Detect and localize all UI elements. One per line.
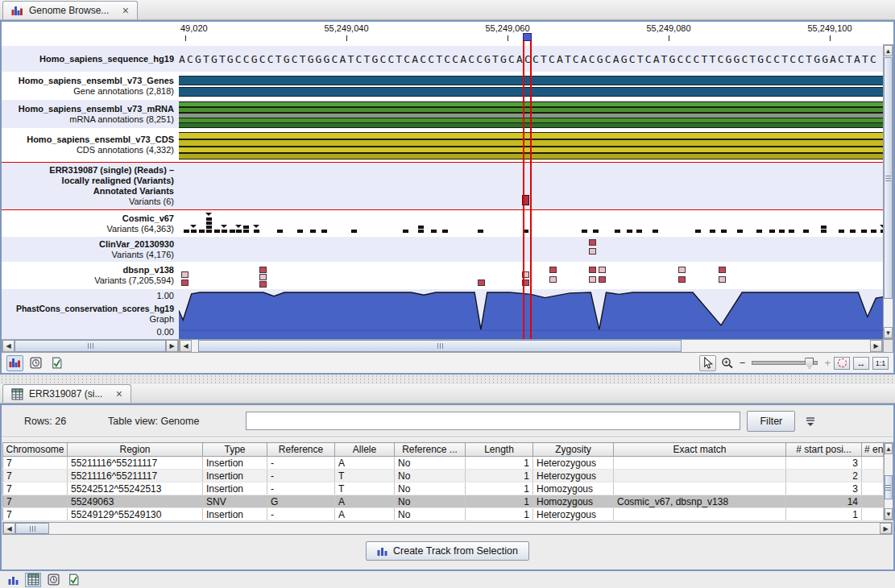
variant-marker[interactable]: [214, 230, 220, 233]
variant-marker[interactable]: [871, 230, 876, 233]
variant-marker[interactable]: [206, 230, 212, 233]
variant-marker[interactable]: [789, 230, 794, 233]
scroll-left-icon[interactable]: ◀: [2, 340, 15, 352]
scrollbar-thumb[interactable]: [885, 475, 893, 499]
variant-marker[interactable]: [236, 230, 242, 233]
scroll-down-icon[interactable]: ▼: [884, 327, 893, 338]
column-header--start-posi-[interactable]: # start posi...: [786, 443, 862, 457]
cds-annotation-bar[interactable]: [179, 132, 883, 139]
cds-annotation-bar[interactable]: [179, 153, 883, 159]
table-vertical-scrollbar[interactable]: ▲ ▼: [884, 442, 893, 520]
table-header-row[interactable]: ChromosomeRegionTypeReferenceAlleleRefer…: [3, 443, 884, 457]
column-header--en[interactable]: # en: [862, 443, 884, 457]
variant-marker[interactable]: [230, 230, 235, 233]
variant-marker[interactable]: [593, 230, 599, 233]
scroll-up-icon[interactable]: ▲: [885, 443, 893, 454]
variant-marker[interactable]: [243, 230, 249, 233]
variant-marker[interactable]: [184, 230, 189, 233]
track-row-cosmic[interactable]: Cosmic_v67 Variants (64,363): [2, 210, 893, 237]
fit-width-button[interactable]: ↔: [853, 357, 869, 370]
variant-marker[interactable]: [254, 230, 259, 233]
track-view-icon[interactable]: [5, 573, 21, 587]
variant-marker[interactable]: [181, 271, 189, 278]
variant-marker[interactable]: [582, 230, 587, 233]
table-row[interactable]: 755249063SNVGANo1HomozygousCosmic_v67, d…: [3, 495, 884, 508]
variant-marker[interactable]: [627, 230, 632, 233]
create-track-from-selection-button[interactable]: Create Track from Selection: [366, 541, 529, 561]
zoom-to-selection-button[interactable]: [834, 357, 850, 370]
track-row-genes[interactable]: Homo_sapiens_ensembl_v73_Genes Gene anno…: [2, 72, 893, 100]
variant-marker[interactable]: [721, 230, 727, 233]
cds-annotation-bar[interactable]: [179, 147, 883, 153]
filter-button[interactable]: Filter: [747, 411, 795, 432]
variant-marker[interactable]: [678, 276, 686, 283]
variant-marker[interactable]: [589, 239, 596, 246]
variant-marker[interactable]: [861, 230, 867, 233]
variant-marker[interactable]: [839, 230, 844, 233]
variant-marker[interactable]: [206, 226, 212, 229]
scroll-left-icon[interactable]: ◀: [3, 523, 15, 534]
variant-marker[interactable]: [589, 248, 596, 255]
column-header-exact-match[interactable]: Exact match: [614, 443, 786, 457]
variant-marker[interactable]: [678, 267, 686, 273]
track-row-variants-err319087[interactable]: ERR319087 (single) (Reads) – locally rea…: [2, 162, 893, 210]
mrna-annotation-bar[interactable]: [179, 122, 883, 128]
history-view-icon[interactable]: [27, 355, 44, 371]
table-row[interactable]: 755242512^55242513Insertion-TNo1Homozygo…: [3, 482, 884, 495]
variant-marker[interactable]: [850, 230, 856, 233]
column-header-reference[interactable]: Reference: [267, 443, 335, 457]
scroll-right-icon[interactable]: ▶: [870, 340, 882, 352]
table-row[interactable]: 755211116^55211117Insertion-ANo1Heterozy…: [3, 457, 884, 470]
advanced-filter-icon[interactable]: [803, 414, 818, 429]
variant-marker[interactable]: [442, 230, 448, 233]
variant-marker[interactable]: [821, 230, 827, 233]
gene-annotation-bar[interactable]: [179, 87, 883, 97]
variant-marker[interactable]: [737, 230, 743, 233]
tab-genome-browser[interactable]: Genome Browse... ×: [2, 1, 138, 19]
variant-marker[interactable]: [821, 226, 827, 229]
variant-marker[interactable]: [418, 226, 424, 229]
track-row-cds[interactable]: Homo_sapiens_ensembl_v73_CDS CDS annotat…: [2, 128, 893, 162]
scroll-right-icon[interactable]: ▶: [880, 523, 892, 534]
track-row-mrna[interactable]: Homo_sapiens_ensembl_v73_mRNA mRNA annot…: [2, 100, 893, 128]
column-header-zygosity[interactable]: Zygosity: [533, 443, 614, 457]
variant-marker[interactable]: [589, 267, 596, 273]
variant-marker[interactable]: [779, 230, 785, 233]
track-area-hscrollbar[interactable]: ◀ ▶: [179, 339, 883, 353]
variant-marker[interactable]: [803, 230, 809, 233]
gene-annotation-bar[interactable]: [179, 76, 883, 85]
panel-splitter[interactable]: [0, 375, 895, 384]
filter-search-input[interactable]: [246, 412, 740, 430]
variant-marker[interactable]: [321, 230, 327, 233]
variant-marker[interactable]: [297, 230, 303, 233]
zoom-slider-thumb[interactable]: [805, 358, 814, 369]
variant-marker[interactable]: [549, 276, 557, 283]
column-header-region[interactable]: Region: [68, 443, 203, 457]
mrna-annotation-bar[interactable]: [179, 101, 883, 107]
column-header-reference-[interactable]: Reference ...: [395, 443, 466, 457]
variant-marker[interactable]: [522, 271, 529, 278]
column-header-length[interactable]: Length: [466, 443, 533, 457]
scroll-right-icon[interactable]: ▶: [166, 340, 178, 352]
column-header-chromosome[interactable]: Chromosome: [3, 443, 68, 457]
scrollbar-thumb[interactable]: [198, 340, 682, 352]
variant-marker[interactable]: [243, 226, 249, 229]
zoom-100-button[interactable]: 1:1: [872, 357, 889, 370]
zoom-out-icon[interactable]: −: [740, 357, 746, 369]
browser-vertical-scrollbar[interactable]: ▲ ▼: [883, 44, 893, 339]
ruler[interactable]: 49,02055,249,04055,249,06055,249,08055,2…: [179, 22, 893, 46]
variant-marker[interactable]: [478, 230, 483, 233]
column-header-allele[interactable]: Allele: [335, 443, 395, 457]
zoom-slider[interactable]: [752, 361, 818, 365]
element-info-view-icon[interactable]: [48, 355, 65, 371]
variant-marker[interactable]: [181, 280, 189, 286]
variant-marker[interactable]: [589, 276, 596, 283]
column-header-type[interactable]: Type: [203, 443, 267, 457]
scrollbar-thumb[interactable]: [884, 57, 893, 299]
variant-marker[interactable]: [351, 230, 357, 233]
table-horizontal-scrollbar[interactable]: ◀ ▶: [2, 522, 893, 535]
variant-marker[interactable]: [636, 230, 642, 233]
variant-marker[interactable]: [653, 230, 658, 233]
table-row[interactable]: 755211116^55211117Insertion-TNo1Heterozy…: [3, 470, 884, 482]
variant-marker[interactable]: [599, 267, 606, 273]
